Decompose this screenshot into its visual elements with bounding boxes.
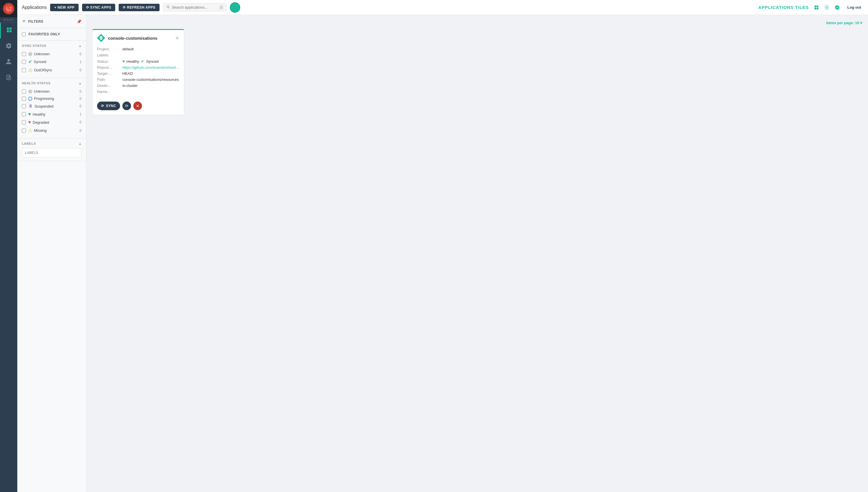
- health-status-text: Healthy: [126, 59, 139, 64]
- nav-item-docs[interactable]: [0, 70, 17, 86]
- sync-status-text: Synced: [146, 59, 158, 64]
- sync-status-toggle[interactable]: ▲: [79, 44, 81, 47]
- favorites-only-checkbox[interactable]: [22, 32, 26, 36]
- items-per-page[interactable]: Items per page: 10 ▾: [92, 21, 862, 25]
- sync-unknown-checkbox[interactable]: [22, 52, 26, 56]
- topbar: Applications + NEW APP ⟳ SYNC APPS ⟳ REF…: [17, 0, 868, 15]
- app-card-header: console-customisations ★: [92, 30, 184, 45]
- sync-apps-button[interactable]: ⟳ SYNC APPS: [82, 4, 116, 11]
- health-suspended-label: ⏸ Suspended: [28, 104, 77, 109]
- nav-item-settings[interactable]: [0, 39, 17, 54]
- health-unknown-label: Unknown: [28, 89, 77, 94]
- health-missing-checkbox[interactable]: [22, 129, 26, 133]
- health-degraded-count: 0: [79, 120, 81, 124]
- health-healthy-checkbox[interactable]: [22, 112, 26, 116]
- sync-unknown-count: 0: [79, 52, 81, 56]
- new-app-button[interactable]: + NEW APP: [50, 4, 78, 11]
- labels-section: LABELS ▲: [17, 139, 86, 161]
- health-unknown-checkbox[interactable]: [22, 90, 26, 94]
- apps-area: Items per page: 10 ▾ console-customisati…: [87, 15, 868, 492]
- repo-field: Reposi... https://github.com/evanshortis…: [97, 65, 180, 71]
- unknown-dot: [28, 52, 32, 56]
- health-unknown-item[interactable]: Unknown 0: [22, 88, 81, 95]
- target-label: Target ...: [97, 71, 120, 76]
- health-degraded-item[interactable]: ♥ Degraded 0: [22, 118, 81, 126]
- labels-field: Labels:: [97, 52, 180, 58]
- delete-button[interactable]: ✕: [133, 102, 142, 110]
- apps-nav-icon: [6, 27, 13, 34]
- health-suspended-item[interactable]: ⏸ Suspended 0: [22, 102, 81, 110]
- health-progressing-checkbox[interactable]: [22, 97, 26, 101]
- health-suspended-checkbox[interactable]: [22, 104, 26, 108]
- sync-button[interactable]: ⟳ SYNC: [97, 102, 120, 110]
- user-avatar-button[interactable]: [230, 2, 240, 13]
- health-healthy-label: ♥ Healthy: [28, 112, 77, 117]
- healthy-icon: ♥: [28, 112, 31, 117]
- app-card-name[interactable]: console-customisations: [108, 36, 158, 41]
- favorites-only-label: FAVORITES ONLY: [28, 32, 60, 36]
- synced-check-icon: ✔: [28, 59, 32, 65]
- health-status-section: HEALTH STATUS ▲ Unknown 0: [17, 78, 86, 139]
- health-healthy-item[interactable]: ♥ Healthy 1: [22, 110, 81, 118]
- main-content: Applications + NEW APP ⟳ SYNC APPS ⟳ REF…: [17, 0, 868, 492]
- status-field: Status: ♥ Healthy ✔ Synced: [97, 58, 180, 65]
- health-healthy-count: 1: [79, 112, 81, 116]
- suspended-icon: ⏸: [28, 104, 33, 109]
- search-shortcut: /: [219, 5, 223, 9]
- sync-outofsync-item[interactable]: ⚠ OutOfSync 0: [22, 66, 81, 74]
- labels-title: LABELS: [22, 142, 36, 145]
- refresh-icon: ⟳: [125, 104, 128, 108]
- pin-icon[interactable]: 📌: [77, 19, 81, 24]
- app-logo-icon: 🐙: [3, 3, 15, 15]
- view-icons: [812, 3, 842, 12]
- missing-icon: ⚠: [28, 128, 32, 133]
- logout-button[interactable]: Log out: [845, 4, 863, 11]
- health-missing-item[interactable]: ⚠ Missing 0: [22, 126, 81, 134]
- path-label: Path:: [97, 77, 120, 82]
- favorite-star-icon[interactable]: ★: [175, 35, 180, 41]
- applications-tiles-title: APPLICATIONS TILES: [758, 5, 809, 10]
- health-unknown-dot: [28, 90, 32, 94]
- refresh-apps-button[interactable]: ⟳ REFRESH APPS: [119, 4, 159, 11]
- list-view-button[interactable]: [822, 3, 831, 12]
- grid-view-button[interactable]: [812, 3, 821, 12]
- settings-nav-icon: [5, 43, 12, 50]
- search-icon: [166, 5, 170, 10]
- filters-header: FILTERS 📌: [17, 15, 86, 28]
- destination-label: Destin...: [97, 83, 120, 88]
- app-card-title-row: console-customisations: [97, 34, 158, 42]
- user-nav-icon: [5, 58, 12, 66]
- progressing-dot: [28, 97, 32, 101]
- nav-item-user[interactable]: [0, 54, 17, 70]
- sync-unknown-item[interactable]: Unknown 0: [22, 50, 81, 57]
- health-progressing-item[interactable]: Progressing 0: [22, 95, 81, 102]
- refresh-button[interactable]: ⟳: [122, 102, 131, 110]
- search-input[interactable]: [172, 5, 218, 9]
- docs-nav-icon: [5, 74, 12, 82]
- destination-field: Destin... in-cluster: [97, 82, 180, 89]
- labels-input[interactable]: [22, 148, 81, 157]
- sync-button-icon: ⟳: [101, 104, 104, 108]
- nav-item-apps[interactable]: [0, 23, 17, 39]
- filter-sidebar: FILTERS 📌 FAVORITES ONLY SYNC STATUS ▲: [17, 15, 87, 492]
- chart-view-button[interactable]: [833, 3, 842, 12]
- sync-unknown-label: Unknown: [28, 52, 77, 56]
- filters-title-row: FILTERS: [22, 19, 44, 24]
- sync-outofsync-label: ⚠ OutOfSync: [28, 67, 77, 73]
- health-status-toggle[interactable]: ▲: [79, 82, 81, 85]
- labels-toggle[interactable]: ▲: [79, 142, 81, 145]
- sync-status-section: SYNC STATUS ▲ Unknown 0: [17, 41, 86, 78]
- project-label: Project:: [97, 47, 120, 51]
- health-degraded-checkbox[interactable]: [22, 120, 26, 124]
- sync-synced-count: 1: [79, 60, 81, 64]
- app-card-actions: ⟳ SYNC ⟳ ✕: [92, 99, 184, 115]
- labels-field-label: Labels:: [97, 53, 120, 57]
- sidebar-logo[interactable]: 🐙: [0, 0, 17, 17]
- sync-synced-checkbox[interactable]: [22, 60, 26, 64]
- app-card: console-customisations ★ Project: defaul…: [92, 29, 184, 115]
- version-label: v2.3.17+i: [0, 17, 17, 23]
- sync-outofsync-checkbox[interactable]: [22, 68, 26, 72]
- sync-synced-item[interactable]: ✔ Synced 1: [22, 57, 81, 66]
- health-missing-count: 0: [79, 129, 81, 133]
- page-title: Applications: [22, 5, 47, 10]
